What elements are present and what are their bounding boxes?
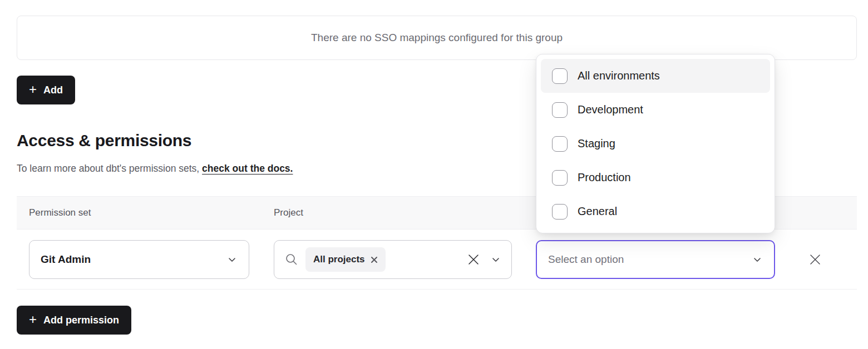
chevron-down-icon	[490, 254, 501, 265]
dropdown-option-staging[interactable]: Staging	[541, 127, 770, 161]
dropdown-option-production[interactable]: Production	[541, 161, 770, 195]
chevron-down-icon	[752, 254, 763, 265]
search-icon	[284, 252, 299, 267]
dropdown-option-label: General	[578, 205, 617, 218]
project-chip-label: All projects	[313, 254, 365, 265]
dropdown-option-development[interactable]: Development	[541, 93, 770, 127]
plus-icon: +	[29, 83, 37, 96]
dropdown-option-label: Production	[578, 171, 631, 184]
project-chip: All projects	[305, 247, 386, 272]
permission-set-select[interactable]: Git Admin	[29, 240, 249, 279]
checkbox[interactable]	[552, 68, 568, 84]
add-button-label: Add	[43, 84, 63, 96]
remove-row-icon[interactable]	[808, 253, 822, 266]
docs-link[interactable]: check out the docs.	[202, 163, 293, 174]
chevron-down-icon	[226, 254, 238, 265]
add-permission-label: Add permission	[43, 315, 119, 326]
add-sso-mapping-button[interactable]: + Add	[17, 76, 75, 104]
permission-set-value: Git Admin	[41, 253, 91, 266]
dropdown-option-general[interactable]: General	[541, 195, 770, 228]
project-select[interactable]: All projects	[274, 240, 512, 279]
environment-placeholder: Select an option	[548, 253, 624, 266]
add-permission-button[interactable]: + Add permission	[17, 306, 131, 335]
column-header-permission-set: Permission set	[29, 207, 91, 218]
dropdown-option-label: Staging	[578, 137, 615, 150]
chip-remove-icon[interactable]	[371, 256, 378, 263]
dropdown-option-label: Development	[578, 103, 643, 116]
permission-table-row: Git Admin All projects	[17, 230, 857, 290]
description-text: To learn more about dbt's permission set…	[17, 163, 202, 174]
checkbox[interactable]	[552, 204, 568, 220]
sso-mappings-empty-box: There are no SSO mappings configured for…	[17, 16, 857, 60]
checkbox[interactable]	[552, 170, 568, 186]
environment-dropdown-menu: All environments Development Staging Pro…	[536, 54, 775, 233]
permissions-description: To learn more about dbt's permission set…	[17, 163, 293, 174]
dropdown-option-all-environments[interactable]: All environments	[541, 59, 770, 93]
plus-icon: +	[29, 313, 37, 326]
checkbox[interactable]	[552, 136, 568, 152]
group-settings-page: There are no SSO mappings configured for…	[0, 0, 868, 349]
sso-empty-message: There are no SSO mappings configured for…	[311, 32, 563, 44]
column-header-project: Project	[274, 207, 303, 218]
checkbox[interactable]	[552, 102, 568, 118]
access-permissions-heading: Access & permissions	[17, 131, 191, 150]
dropdown-option-label: All environments	[578, 69, 660, 82]
environment-select[interactable]: Select an option	[536, 240, 775, 279]
clear-selection-icon[interactable]	[467, 253, 480, 266]
